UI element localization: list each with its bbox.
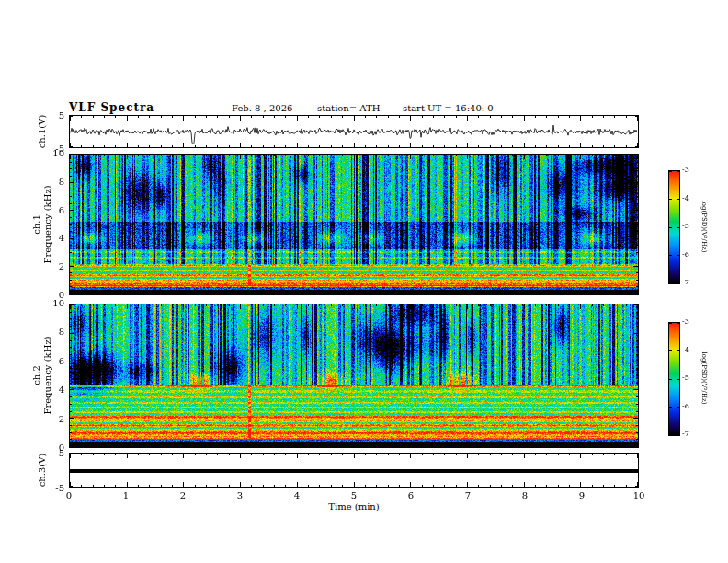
y-tick (70, 389, 74, 390)
x-tick (467, 155, 468, 159)
colorbar-tick-label: -4 (682, 194, 689, 202)
y-tick (70, 362, 74, 362)
x-tick (138, 155, 139, 156)
x-tick (172, 155, 173, 156)
x-tick (274, 145, 275, 147)
x-tick (580, 304, 581, 309)
x-tick (524, 116, 525, 121)
x-tick (490, 454, 491, 455)
x-tick (501, 485, 502, 487)
ch1-frequency-axis-label: Frequency (kHz) (42, 185, 53, 263)
colorbar-tick (669, 282, 672, 283)
figure-title: VLF Spectra (69, 101, 154, 114)
x-tick (376, 155, 377, 156)
y-tick (70, 383, 72, 384)
x-tick (365, 116, 366, 118)
x-tick (376, 145, 377, 147)
x-tick (217, 155, 218, 156)
x-tick (603, 155, 604, 156)
x-tick (308, 445, 309, 447)
x-tick (524, 442, 525, 447)
x-tick (467, 442, 468, 447)
y-tick (636, 203, 638, 204)
y-tick (636, 286, 638, 287)
ch3-waveform-ylabel-text: ch.3(V) (37, 454, 47, 488)
x-tick (501, 145, 502, 147)
x-tick (399, 304, 400, 306)
y-tick (636, 318, 638, 319)
x-tick (569, 445, 570, 447)
x-tick (251, 304, 252, 306)
colorbar-tick-label: -3 (682, 166, 689, 174)
x-tick-label: 5 (346, 490, 362, 500)
colorbar-tick (677, 379, 679, 380)
x-tick (626, 445, 627, 447)
x-tick (456, 485, 457, 487)
x-tick (240, 482, 241, 487)
x-tick (569, 145, 570, 147)
colorbar-tick (677, 282, 679, 283)
x-tick (251, 155, 252, 156)
x-tick (342, 155, 343, 156)
x-tick (81, 116, 82, 118)
y-tick (70, 182, 74, 183)
x-tick (285, 485, 286, 487)
x-tick (614, 454, 615, 455)
x-tick (501, 116, 502, 118)
y-tick (633, 266, 638, 267)
y-tick (70, 454, 73, 454)
x-tick (478, 485, 479, 487)
x-tick (93, 445, 94, 447)
x-tick (444, 293, 445, 294)
y-tick (70, 162, 72, 163)
x-tick (217, 445, 218, 447)
x-tick (229, 155, 230, 156)
x-tick (535, 454, 536, 455)
x-tick (410, 442, 411, 447)
ch2-channel-label: ch.2 (31, 336, 42, 414)
x-tick (490, 145, 491, 147)
y-tick (636, 411, 638, 412)
x-tick (614, 155, 615, 156)
x-tick (444, 116, 445, 118)
freq-tick-label: 6 (40, 205, 64, 215)
x-tick (433, 145, 434, 147)
x-tick (546, 155, 547, 156)
start-ut-label: start UT = 16:40: 0 (403, 103, 494, 113)
x-tick (183, 482, 184, 487)
colorbar-tick (677, 255, 679, 256)
x-tick (490, 485, 491, 487)
x-tick (285, 145, 286, 147)
y-tick (636, 404, 638, 405)
x-tick (444, 145, 445, 147)
x-tick (535, 145, 536, 147)
x-tick (580, 116, 581, 121)
y-tick (633, 362, 638, 362)
x-tick (240, 155, 241, 159)
x-tick (127, 304, 128, 309)
x-tick (263, 454, 264, 455)
y-tick (636, 432, 638, 433)
volt-tick-label: 5 (44, 110, 64, 121)
x-tick (138, 454, 139, 455)
x-tick (263, 293, 264, 294)
x-tick (297, 143, 298, 147)
x-tick (81, 445, 82, 447)
y-tick (70, 116, 73, 117)
y-tick (70, 266, 74, 267)
volt-tick-label: -5 (44, 144, 64, 154)
x-tick (319, 293, 320, 294)
x-tick (342, 116, 343, 118)
x-tick (399, 145, 400, 147)
x-tick (183, 116, 184, 121)
x-tick (263, 145, 264, 147)
x-tick (342, 485, 343, 487)
x-tick (524, 454, 525, 458)
x-tick (263, 445, 264, 447)
x-tick (331, 454, 332, 455)
x-tick (422, 454, 423, 455)
x-tick (626, 116, 627, 118)
y-tick (633, 446, 638, 447)
x-tick (342, 445, 343, 447)
x-tick (388, 116, 389, 118)
